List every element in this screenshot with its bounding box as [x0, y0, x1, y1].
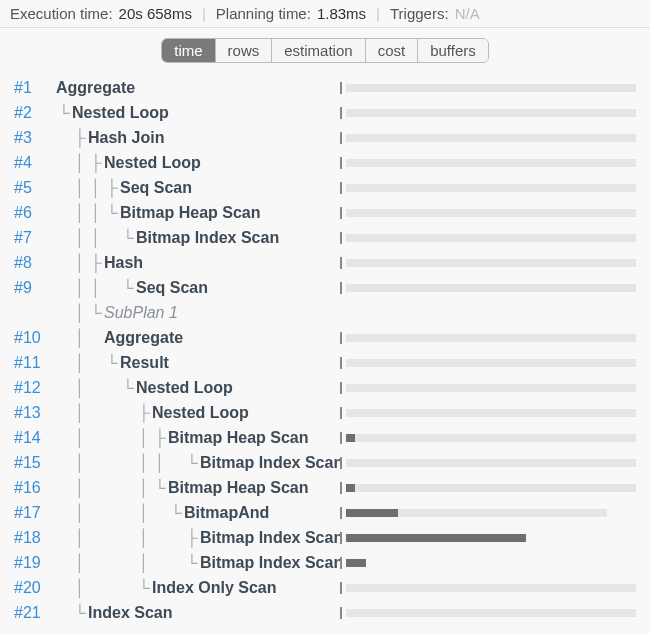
row-number: #3	[10, 129, 56, 147]
plan-tree: #1Aggregate#2└Nested Loop#3 ├Hash Join#4…	[0, 75, 650, 625]
tree-spacer	[104, 554, 120, 572]
tree-spacer	[88, 329, 104, 347]
plan-row[interactable]: #10 │ Aggregate	[10, 325, 640, 350]
node-label: Result	[120, 354, 340, 372]
plan-row[interactable]: #4 │├Nested Loop	[10, 150, 640, 175]
tree-structure: │ ││ └	[56, 450, 200, 475]
tree-spacer	[56, 329, 72, 347]
tree-spacer	[56, 454, 72, 472]
node-label: Bitmap Heap Scan	[168, 479, 340, 497]
tree-spacer	[104, 404, 120, 422]
tree-vertical-icon: │	[72, 329, 88, 347]
tree-spacer	[88, 354, 104, 372]
plan-row[interactable]: #7 ││ └Bitmap Index Scan	[10, 225, 640, 250]
tree-elbow-icon: └	[120, 379, 136, 397]
tree-spacer	[104, 429, 120, 447]
tree-spacer	[56, 354, 72, 372]
bar-tick-icon	[340, 282, 342, 294]
bar-tick-icon	[340, 432, 342, 444]
node-label: Nested Loop	[136, 379, 340, 397]
tree-structure: │ └	[56, 350, 120, 375]
tree-elbow-icon: └	[120, 229, 136, 247]
tree-spacer	[56, 429, 72, 447]
row-number: #7	[10, 229, 56, 247]
tree-spacer	[104, 454, 120, 472]
plan-row[interactable]: #16 │ │└Bitmap Heap Scan	[10, 475, 640, 500]
bar-tick-icon	[340, 457, 342, 469]
tree-vertical-icon: │	[72, 579, 88, 597]
tree-structure: │ │└	[56, 475, 168, 500]
tree-structure: │ │ ├	[56, 525, 200, 550]
tree-spacer	[168, 554, 184, 572]
tree-spacer	[88, 579, 104, 597]
separator: |	[198, 5, 210, 22]
plan-row[interactable]: │└SubPlan 1	[10, 300, 640, 325]
tab-rows[interactable]: rows	[216, 39, 273, 62]
tree-spacer	[56, 604, 72, 622]
tree-spacer	[56, 579, 72, 597]
plan-row[interactable]: #11 │ └Result	[10, 350, 640, 375]
plan-row[interactable]: #13 │ ├Nested Loop	[10, 400, 640, 425]
tree-spacer	[88, 554, 104, 572]
bar-tick-icon	[340, 582, 342, 594]
tree-spacer	[120, 479, 136, 497]
tab-estimation[interactable]: estimation	[272, 39, 365, 62]
tree-vertical-icon: │	[72, 179, 88, 197]
tree-structure: ││ └	[56, 225, 136, 250]
bar-tick-icon	[340, 157, 342, 169]
row-number: #10	[10, 329, 56, 347]
tree-spacer	[56, 404, 72, 422]
bar-background	[346, 159, 636, 167]
plan-row[interactable]: #17 │ │ └BitmapAnd	[10, 500, 640, 525]
plan-row[interactable]: #2└Nested Loop	[10, 100, 640, 125]
bar-background	[346, 584, 636, 592]
plan-row[interactable]: #6 ││└Bitmap Heap Scan	[10, 200, 640, 225]
node-label: Hash Join	[88, 129, 340, 147]
tree-spacer	[88, 454, 104, 472]
plan-row[interactable]: #20 │ └Index Only Scan	[10, 575, 640, 600]
timing-bar	[340, 182, 640, 194]
tree-vertical-icon: │	[72, 454, 88, 472]
tree-elbow-icon: └	[120, 279, 136, 297]
node-label: Bitmap Index Scan	[200, 554, 340, 572]
plan-row[interactable]: #19 │ │ └Bitmap Index Scan	[10, 550, 640, 575]
bar-background	[346, 134, 636, 142]
node-label: Seq Scan	[120, 179, 340, 197]
tree-structure: ││ └	[56, 275, 136, 300]
node-label: Nested Loop	[152, 404, 340, 422]
timing-bar	[340, 282, 640, 294]
plan-row[interactable]: #1Aggregate	[10, 75, 640, 100]
bar-tick-icon	[340, 207, 342, 219]
node-label: Bitmap Heap Scan	[120, 204, 340, 222]
plan-row[interactable]: #15 │ ││ └Bitmap Index Scan	[10, 450, 640, 475]
row-number: #15	[10, 454, 56, 472]
plan-row[interactable]: #21 └Index Scan	[10, 600, 640, 625]
tree-vertical-icon: │	[136, 504, 152, 522]
plan-row[interactable]: #8 │├Hash	[10, 250, 640, 275]
tree-elbow-icon: └	[56, 104, 72, 122]
plan-row[interactable]: #14 │ │├Bitmap Heap Scan	[10, 425, 640, 450]
tree-spacer	[104, 279, 120, 297]
plan-row[interactable]: #9 ││ └Seq Scan	[10, 275, 640, 300]
tree-vertical-icon: │	[72, 304, 88, 322]
tab-cost[interactable]: cost	[366, 39, 419, 62]
tree-spacer	[120, 579, 136, 597]
tree-vertical-icon: │	[136, 429, 152, 447]
plan-row[interactable]: #12 │ └Nested Loop	[10, 375, 640, 400]
timing-bar	[340, 107, 640, 119]
tree-elbow-icon: └	[184, 454, 200, 472]
tab-time[interactable]: time	[162, 39, 215, 62]
tree-vertical-icon: │	[72, 154, 88, 172]
tree-structure: ││└	[56, 200, 120, 225]
tree-tee-icon: ├	[136, 404, 152, 422]
row-number: #8	[10, 254, 56, 272]
bar-background	[346, 84, 636, 92]
plan-row[interactable]: #3 ├Hash Join	[10, 125, 640, 150]
tree-spacer	[168, 529, 184, 547]
plan-row[interactable]: #18 │ │ ├Bitmap Index Scan	[10, 525, 640, 550]
bar-foreground	[346, 509, 398, 517]
tree-elbow-icon: └	[104, 204, 120, 222]
tab-buffers[interactable]: buffers	[418, 39, 488, 62]
plan-row[interactable]: #5 ││├Seq Scan	[10, 175, 640, 200]
timing-bar	[340, 557, 640, 569]
